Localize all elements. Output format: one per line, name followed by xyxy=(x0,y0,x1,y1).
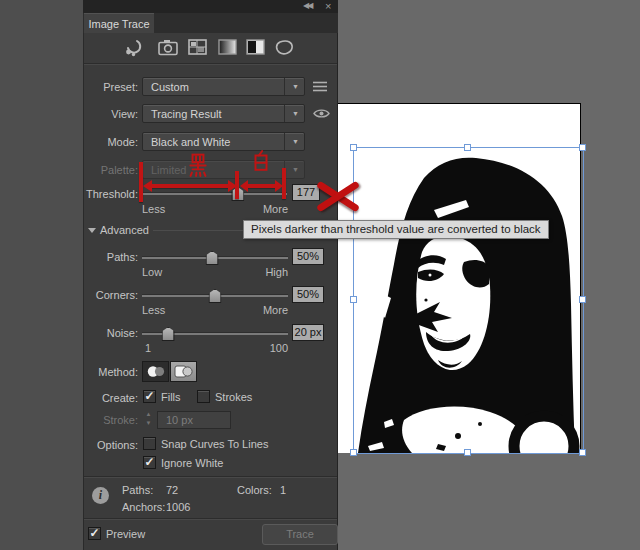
threshold-tooltip: Pixels darker than threshold value are c… xyxy=(243,220,549,239)
advanced-section-label[interactable]: Advanced xyxy=(100,224,149,236)
stats-divider xyxy=(84,476,337,478)
mode-label: Mode: xyxy=(84,136,138,148)
arrow-head-right-icon xyxy=(275,180,283,192)
threshold-label: Threshold: xyxy=(84,188,138,200)
mode-value: Black and White xyxy=(151,136,230,148)
stat-anchors-label: Anchors: xyxy=(122,501,165,513)
noise-min-label: 1 xyxy=(145,342,151,354)
preset-dropdown[interactable]: Custom ▼ xyxy=(142,77,305,96)
annotation-black-char xyxy=(188,153,208,177)
paths-label: Paths: xyxy=(84,251,138,263)
stepper-down-icon: ▼ xyxy=(142,420,155,426)
corners-max-label: More xyxy=(258,304,288,316)
grayscale-icon[interactable] xyxy=(218,39,237,55)
method-label: Method: xyxy=(84,366,138,378)
arrow-head-right-icon xyxy=(228,180,237,192)
stroke-stepper: ▲ ▼ xyxy=(142,411,155,429)
method-abutting-button[interactable] xyxy=(142,361,169,382)
corners-value-field[interactable]: 50% xyxy=(292,286,324,303)
eye-icon[interactable] xyxy=(313,108,330,119)
tab-image-trace[interactable]: Image Trace xyxy=(84,13,154,33)
selection-handle-top-center[interactable] xyxy=(464,144,471,151)
fills-checkbox-label[interactable]: Fills xyxy=(161,391,181,403)
selection-handle-bottom-right[interactable] xyxy=(579,449,586,456)
advanced-expander-arrow-icon[interactable] xyxy=(88,228,96,233)
strokes-checkbox[interactable] xyxy=(197,390,210,403)
noise-label: Noise: xyxy=(84,327,138,339)
preset-value: Custom xyxy=(151,81,189,93)
workspace-left-background xyxy=(0,0,83,550)
outline-icon[interactable] xyxy=(274,39,295,56)
palette-dropdown: Limited ▼ xyxy=(142,160,305,179)
selection-bounding-box[interactable] xyxy=(353,147,584,454)
noise-slider[interactable] xyxy=(142,332,288,335)
selection-handle-mid-left[interactable] xyxy=(350,296,357,303)
stat-paths-label: Paths: xyxy=(122,484,153,496)
selection-handle-bottom-center[interactable] xyxy=(464,449,471,456)
palette-dropdown-arrow: ▼ xyxy=(284,161,304,178)
stat-paths-value: 72 xyxy=(166,484,178,496)
fills-checkbox[interactable]: ✓ xyxy=(143,390,156,403)
threshold-max-label: More xyxy=(258,203,288,215)
arrow-head-left-icon xyxy=(240,180,248,192)
stroke-value-field: 10 px xyxy=(157,411,231,429)
options-label: Options: xyxy=(84,439,138,451)
stat-anchors-value: 1006 xyxy=(166,501,190,513)
corners-slider[interactable] xyxy=(142,294,288,297)
preset-menu-icon[interactable] xyxy=(312,80,328,93)
paths-max-label: High xyxy=(258,266,288,278)
threshold-min-label: Less xyxy=(142,203,165,215)
black-and-white-icon[interactable] xyxy=(246,39,265,55)
view-label: View: xyxy=(84,108,138,120)
footer-divider xyxy=(84,518,337,520)
stroke-label: Stroke: xyxy=(84,414,138,426)
selection-handle-mid-right[interactable] xyxy=(579,296,586,303)
close-panel-icon[interactable]: × xyxy=(325,0,331,12)
annotation-black-range-arrow xyxy=(150,184,230,188)
paths-min-label: Low xyxy=(142,266,162,278)
preset-dropdown-arrow[interactable]: ▼ xyxy=(284,78,304,95)
noise-max-label: 100 xyxy=(258,342,288,354)
snap-curves-label[interactable]: Snap Curves To Lines xyxy=(161,438,268,450)
collapse-panel-icon[interactable]: ◀◀ xyxy=(303,0,311,12)
view-value: Tracing Result xyxy=(151,108,222,120)
annotation-cross-out xyxy=(314,176,362,218)
palette-label: Palette: xyxy=(84,164,138,176)
preview-checkbox[interactable]: ✓ xyxy=(88,527,101,540)
mode-dropdown-arrow[interactable]: ▼ xyxy=(284,133,304,150)
noise-value-field[interactable]: 20 px xyxy=(292,324,324,341)
mode-dropdown[interactable]: Black and White ▼ xyxy=(142,132,305,151)
palette-value: Limited xyxy=(151,164,186,176)
info-icon: i xyxy=(92,487,109,504)
illustrator-workspace: ◀◀ × Image Trace Preset: Custom ▼ View: … xyxy=(0,0,640,550)
stat-colors-label: Colors: xyxy=(237,484,272,496)
auto-color-icon[interactable] xyxy=(122,37,145,58)
view-dropdown[interactable]: Tracing Result ▼ xyxy=(142,104,305,123)
corners-label: Corners: xyxy=(84,289,138,301)
toolbar-divider xyxy=(84,63,337,65)
paths-slider[interactable] xyxy=(142,256,288,259)
ignore-white-label[interactable]: Ignore White xyxy=(161,457,223,469)
preset-label: Preset: xyxy=(84,81,138,93)
view-dropdown-arrow[interactable]: ▼ xyxy=(284,105,304,122)
strokes-checkbox-label[interactable]: Strokes xyxy=(215,391,252,403)
stat-colors-value: 1 xyxy=(280,484,286,496)
threshold-slider[interactable] xyxy=(142,192,287,195)
arrow-head-left-icon xyxy=(143,180,152,192)
corners-min-label: Less xyxy=(142,304,165,316)
selection-handle-bottom-left[interactable] xyxy=(350,449,357,456)
low-color-icon[interactable] xyxy=(188,39,207,55)
high-color-camera-icon[interactable] xyxy=(158,39,179,56)
selection-handle-top-right[interactable] xyxy=(579,144,586,151)
preview-checkbox-label[interactable]: Preview xyxy=(106,528,145,540)
trace-button[interactable]: Trace xyxy=(262,524,338,545)
selection-handle-top-left[interactable] xyxy=(350,144,357,151)
method-overlapping-button[interactable] xyxy=(170,361,197,382)
create-label: Create: xyxy=(84,392,138,404)
panel-header-bar xyxy=(83,0,338,13)
paths-value-field[interactable]: 50% xyxy=(292,248,324,265)
ignore-white-checkbox[interactable]: ✓ xyxy=(143,456,156,469)
annotation-white-range-arrow xyxy=(246,184,278,188)
annotation-white-char xyxy=(252,150,270,172)
snap-curves-checkbox[interactable] xyxy=(143,437,156,450)
